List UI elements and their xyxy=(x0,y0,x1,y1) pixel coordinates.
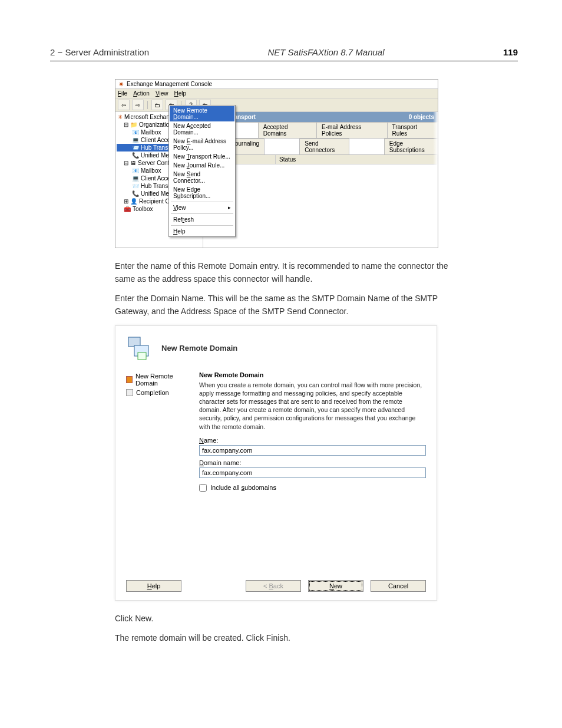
include-subdomains-row[interactable]: Include all subdomains xyxy=(199,484,426,492)
tab-send-connectors[interactable]: Send Connectors xyxy=(299,139,349,154)
ctx-new-remote-domain[interactable]: New Remote Domain... xyxy=(170,106,234,121)
tab-transport-rules[interactable]: Transport Rules xyxy=(387,122,438,138)
um-icon: 📞 xyxy=(132,152,139,159)
header-center: NET SatisFAXtion 8.7 Manual xyxy=(267,47,384,57)
tab-accepted-domains[interactable]: Accepted Domains xyxy=(258,122,317,138)
folder-icon: 📁 xyxy=(130,121,137,128)
expand-icon[interactable]: ⊞ xyxy=(124,198,128,205)
wizard-header: New Remote Domain xyxy=(115,326,437,367)
ctx-help[interactable]: Help xyxy=(170,227,234,236)
instruction-paragraph: Enter the name of this Remote Domain ent… xyxy=(115,260,453,285)
new-button[interactable]: New xyxy=(308,580,363,592)
wizard-form: New Remote Domain When you create a remo… xyxy=(199,371,426,492)
toolbar: ⇦ ⇨ 🗀 🗀 ? 🗀 xyxy=(115,98,438,112)
expand-icon[interactable]: ⊟ xyxy=(124,160,128,166)
toolbar-icon[interactable]: 🗀 xyxy=(151,100,163,110)
name-input[interactable] xyxy=(199,445,426,456)
separator xyxy=(171,202,233,202)
mailbox-icon: 📧 xyxy=(132,129,139,136)
content-pane: 📨 Hub Transport 0 objects Remote Domains… xyxy=(203,112,438,248)
ctx-new-transport-rule[interactable]: New Transport Rule... xyxy=(170,152,234,161)
new-remote-domain-wizard: New Remote Domain New Remote Domain Comp… xyxy=(115,325,437,601)
menubar[interactable]: File Action View Help xyxy=(115,89,438,98)
ctx-new-journal-rule[interactable]: New Journal Rule... xyxy=(170,161,234,170)
toolbox-icon: 🧰 xyxy=(124,206,131,212)
header-left: 2 − Server Administration xyxy=(50,47,149,57)
menu-view[interactable]: View xyxy=(156,90,168,97)
include-subdomains-checkbox[interactable] xyxy=(199,484,207,492)
column-status[interactable]: Status xyxy=(276,155,438,164)
ctx-new-edge-subscription[interactable]: New Edge Subscription... xyxy=(170,185,234,200)
object-count: 0 objects xyxy=(409,114,434,120)
menu-action[interactable]: Action xyxy=(133,90,150,97)
instruction-paragraph: Enter the Domain Name. This will be the … xyxy=(115,292,453,318)
nav-back-icon[interactable]: ⇦ xyxy=(118,100,130,110)
step-new-remote-domain: New Remote Domain xyxy=(126,371,191,388)
recipient-icon: 👤 xyxy=(130,198,137,205)
step-bullet-active-icon xyxy=(126,376,133,383)
fade xyxy=(433,112,438,248)
ctx-new-email-policy[interactable]: New E-mail Address Policy... xyxy=(170,137,234,152)
client-icon: 💻 xyxy=(132,175,139,182)
ctx-new-send-connector[interactable]: New Send Connector... xyxy=(170,170,234,185)
name-label: Name: xyxy=(199,437,426,444)
wizard-icon xyxy=(126,335,153,362)
include-subdomains-label: Include all subdomains xyxy=(210,484,276,491)
mailbox-icon: 📧 xyxy=(132,167,139,174)
tabs-row-2: Journaling Send Connectors Edge Subscrip… xyxy=(203,138,438,154)
step-bullet-icon xyxy=(126,389,133,396)
cancel-button[interactable]: Cancel xyxy=(371,580,426,592)
step-completion: Completion xyxy=(126,388,191,397)
tab-email-policies[interactable]: E-mail Address Policies xyxy=(316,122,387,138)
ctx-view[interactable]: View xyxy=(170,203,234,212)
ctx-new-accepted-domain[interactable]: New Accepted Domain... xyxy=(170,121,234,137)
menu-help[interactable]: Help xyxy=(174,90,186,97)
back-button[interactable]: < Back xyxy=(246,580,301,592)
hub-icon: 📨 xyxy=(132,183,139,189)
content-header: 📨 Hub Transport 0 objects xyxy=(203,112,438,122)
instruction-paragraph: Click New. xyxy=(115,612,453,625)
um-icon: 📞 xyxy=(132,190,139,197)
menu-file[interactable]: File xyxy=(118,90,127,97)
hub-icon: 📨 xyxy=(132,144,139,151)
separator xyxy=(171,213,233,214)
nav-forward-icon[interactable]: ⇨ xyxy=(132,100,144,110)
wizard-footer: Help < Back New Cancel xyxy=(115,574,437,600)
expand-icon[interactable]: ⊟ xyxy=(124,121,128,128)
separator xyxy=(147,101,148,109)
server-icon: 🖥 xyxy=(130,160,136,166)
exchange-icon: ✳ xyxy=(118,81,124,87)
form-description: When you create a remote domain, you can… xyxy=(199,381,426,431)
exchange-console-screenshot: ✳ Exchange Management Console File Actio… xyxy=(115,79,438,248)
tab-edge-subscriptions[interactable]: Edge Subscriptions xyxy=(384,139,438,154)
context-menu: New Remote Domain... New Accepted Domain… xyxy=(168,105,236,237)
window-title: Exchange Management Console xyxy=(127,81,212,87)
client-icon: 💻 xyxy=(132,137,139,143)
svg-rect-2 xyxy=(138,353,146,360)
list-header: Na... Status xyxy=(203,154,438,164)
tabs-row-1: Remote Domains Accepted Domains E-mail A… xyxy=(203,122,438,138)
form-section-title: New Remote Domain xyxy=(199,371,426,378)
ctx-refresh[interactable]: Refresh xyxy=(170,215,234,224)
page-header: 2 − Server Administration NET SatisFAXti… xyxy=(50,47,518,61)
exchange-icon: ✳ xyxy=(118,114,123,120)
domain-input[interactable] xyxy=(199,467,426,478)
separator xyxy=(171,225,233,226)
header-page-number: 119 xyxy=(503,47,518,57)
window-titlebar: ✳ Exchange Management Console xyxy=(115,80,438,89)
instruction-paragraph: The remote domain will be created. Click… xyxy=(115,632,453,645)
domain-label: Domain name: xyxy=(199,459,426,466)
wizard-title: New Remote Domain xyxy=(161,344,237,353)
help-button[interactable]: Help xyxy=(126,580,181,592)
wizard-steps: New Remote Domain Completion xyxy=(126,371,191,492)
